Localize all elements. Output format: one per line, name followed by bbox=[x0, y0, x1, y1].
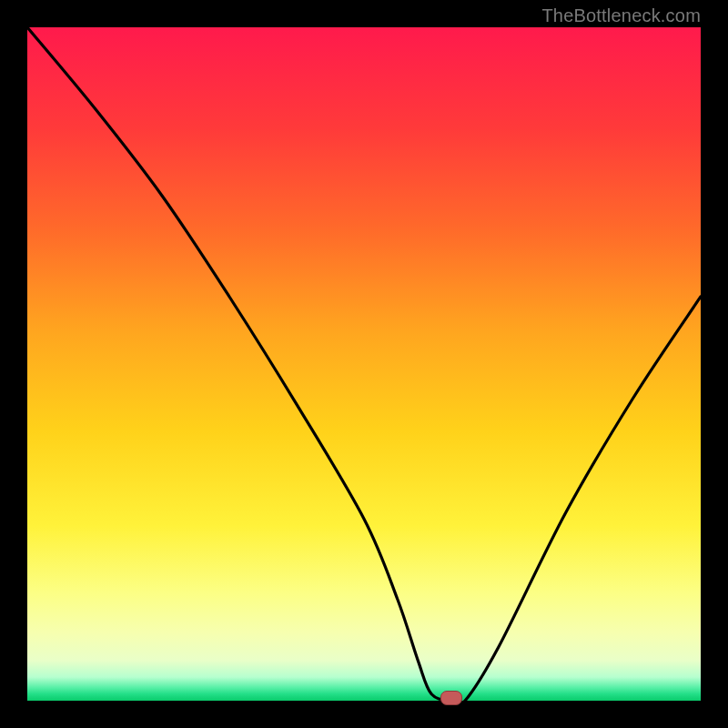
watermark-text: TheBottleneck.com bbox=[541, 5, 701, 26]
bottleneck-curve bbox=[27, 27, 701, 701]
plot-area bbox=[27, 27, 701, 701]
optimum-marker bbox=[440, 691, 462, 705]
chart-frame: TheBottleneck.com bbox=[0, 0, 728, 728]
